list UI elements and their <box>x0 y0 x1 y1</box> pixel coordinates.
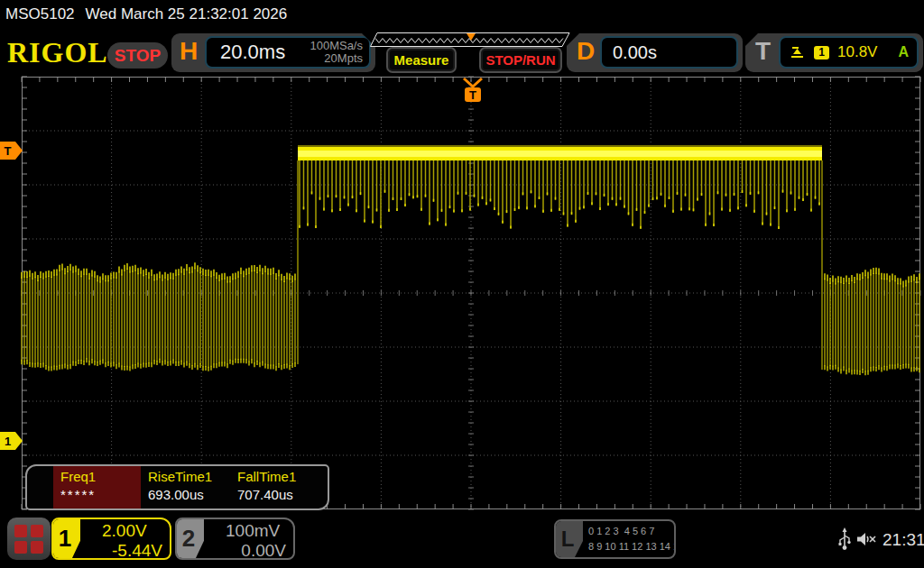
delay-inset: 0.00s <box>600 36 738 69</box>
trigger-slope-icon <box>790 45 806 60</box>
run-status-badge: STOP <box>107 42 168 69</box>
measurement-risetime1[interactable]: RiseTime1 693.00us <box>141 466 230 508</box>
channel1-values: 2.00V -5.44V <box>84 521 162 560</box>
channel1-marker-label: 1 <box>0 435 15 448</box>
logic-row-1: 0 1 2 3 4 5 6 7 <box>588 524 672 539</box>
channel2-values: 100mV 0.00V <box>208 521 286 560</box>
logic-channel-numbers: 0 1 2 3 4 5 6 7 8 9 10 11 12 13 14 15 <box>588 524 672 554</box>
logic-channels-badge[interactable]: L 0 1 2 3 4 5 6 7 8 9 10 11 12 13 14 15 <box>554 519 676 559</box>
measurement-panel-spacer <box>27 466 53 508</box>
trigger-level-marker-label: T <box>0 144 15 158</box>
acquisition-info: 100MSa/s 20Mpts <box>310 40 363 66</box>
menu-grid-icon <box>14 525 43 554</box>
measure-button[interactable]: Measure <box>386 47 457 73</box>
measurement-freq1-label: Freq1 <box>60 469 135 484</box>
logic-label: L <box>556 527 579 552</box>
horizontal-inset: 20.0ms 100MSa/s 20Mpts <box>205 36 371 69</box>
delay-label: D <box>577 37 595 66</box>
oscilloscope-screen: MSO5102Wed March 25 21:32:01 2026 RIGOL … <box>0 0 924 568</box>
trigger-position-marker[interactable]: T <box>461 77 485 104</box>
sample-rate: 100MSa/s <box>310 39 363 52</box>
trigger-inset: 1 10.8V A <box>779 36 919 69</box>
speaker-muted-icon <box>855 531 879 547</box>
logic-tab: L <box>556 521 583 557</box>
channel2-tab: 2 <box>177 519 204 558</box>
measurement-panel[interactable]: Freq1 ***** RiseTime1 693.00us FallTime1… <box>25 464 329 510</box>
channel1-number: 1 <box>53 525 77 553</box>
memory-depth: 20Mpts <box>324 51 363 65</box>
trigger-level-value: 10.8V <box>837 43 877 61</box>
trigger-label: T <box>755 37 771 66</box>
measure-button-label: Measure <box>394 52 449 68</box>
delay-value: 0.00s <box>613 42 657 63</box>
run-status-text: STOP <box>115 46 161 66</box>
timebase-value: 20.0ms <box>220 41 285 64</box>
stop-run-button[interactable]: STOP/RUN <box>479 47 562 73</box>
measurement-risetime1-value: 693.00us <box>148 487 225 502</box>
waveform-overview-bar[interactable] <box>370 32 570 47</box>
channel2-offset: 0.00V <box>208 541 286 560</box>
rigol-logo: RIGOL <box>7 36 108 69</box>
channel1-tab: 1 <box>53 519 80 558</box>
trigger-source-badge: 1 <box>814 46 829 60</box>
measurement-risetime1-label: RiseTime1 <box>148 469 225 484</box>
usb-icon <box>837 527 852 552</box>
horizontal-settings-group[interactable]: H 20.0ms 100MSa/s 20Mpts <box>171 33 375 72</box>
channel1-badge[interactable]: 1 2.00V -5.44V <box>51 518 171 560</box>
trigger-sweep-mode: A <box>898 44 909 60</box>
main-menu-button[interactable] <box>7 518 51 560</box>
channel1-offset: -5.44V <box>84 541 162 560</box>
stop-run-button-label: STOP/RUN <box>485 52 555 68</box>
measurement-falltime1-label: FallTime1 <box>237 469 296 484</box>
status-clock: 21:31 <box>882 530 924 550</box>
measurement-falltime1[interactable]: FallTime1 707.40us <box>230 466 301 508</box>
trigger-position-marker-label: T <box>469 88 476 102</box>
horizontal-label: H <box>180 37 198 66</box>
trigger-settings-group[interactable]: T 1 10.8V A <box>745 33 923 72</box>
measurement-freq1-value: ***** <box>60 487 135 502</box>
delay-settings-group[interactable]: D 0.00s <box>567 33 743 72</box>
channel2-badge[interactable]: 2 100mV 0.00V <box>175 518 295 560</box>
measurement-falltime1-value: 707.40us <box>237 487 296 502</box>
channel1-scale: 2.00V <box>102 521 147 541</box>
logic-row-2: 8 9 10 11 12 13 14 15 <box>588 539 672 554</box>
measurement-freq1[interactable]: Freq1 ***** <box>53 466 141 508</box>
channel2-number: 2 <box>177 525 200 553</box>
channel2-scale: 100mV <box>226 521 280 541</box>
